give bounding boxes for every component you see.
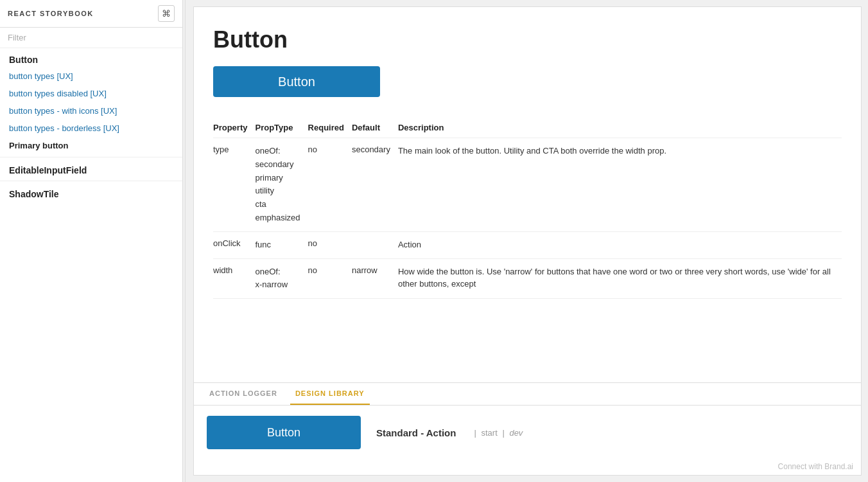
col-header-required: Required: [308, 118, 352, 138]
prop-type-onclick: func: [255, 231, 308, 258]
sidebar-section-shadow-tile[interactable]: ShadowTile: [0, 184, 182, 202]
prop-description-onclick: Action: [398, 231, 842, 258]
sidebar-item-button-types-borderless-ux[interactable]: button types - borderless [UX]: [0, 120, 182, 137]
bottom-links: | start | dev: [471, 428, 523, 438]
cmd-icon[interactable]: ⌘: [158, 5, 175, 22]
prop-default-width: narrow: [352, 258, 398, 299]
sidebar: REACT STORYBOOK ⌘ Button button types [U…: [0, 0, 183, 482]
sidebar-title: REACT STORYBOOK: [8, 10, 94, 17]
start-link[interactable]: start: [481, 428, 497, 438]
prop-required-width: no: [308, 258, 352, 299]
prop-required-onclick: no: [308, 231, 352, 258]
table-row: width oneOf: x-narrow no narrow How wide…: [213, 258, 842, 299]
filter-input[interactable]: [0, 28, 182, 48]
props-table: Property PropType Required Default Descr…: [213, 118, 842, 299]
story-area: Button Button Property PropType Required…: [193, 6, 862, 383]
prop-property-onclick: onClick: [213, 231, 255, 258]
connect-branding: Connect with Brand.ai: [194, 460, 861, 475]
sidebar-section-editable-input[interactable]: EditableInputField: [0, 160, 182, 178]
bottom-panel: ACTION LOGGER DESIGN LIBRARY Button Stan…: [193, 383, 862, 476]
sidebar-section-button: Button: [0, 48, 182, 67]
sidebar-item-button-types-ux[interactable]: button types [UX]: [0, 67, 182, 85]
prop-default-onclick: [352, 231, 398, 258]
sidebar-divider-2: [0, 181, 182, 181]
story-title: Button: [213, 26, 842, 53]
prop-description-type: The main look of the button. Utility and…: [398, 138, 842, 232]
demo-button[interactable]: Button: [213, 66, 380, 97]
sidebar-divider: [0, 157, 182, 157]
sidebar-item-button-types-with-icons-ux[interactable]: button types - with icons [UX]: [0, 102, 182, 120]
tab-action-logger[interactable]: ACTION LOGGER: [204, 383, 282, 405]
sidebar-header: REACT STORYBOOK ⌘: [0, 0, 182, 28]
prop-default-type: secondary: [352, 138, 398, 232]
col-header-property: Property: [213, 118, 255, 138]
prop-type-width: oneOf: x-narrow: [255, 258, 308, 299]
separator-1: |: [474, 428, 476, 438]
prop-description-width: How wide the button is. Use 'narrow' for…: [398, 258, 842, 299]
col-header-default: Default: [352, 118, 398, 138]
main-content: Button Button Property PropType Required…: [187, 0, 868, 482]
table-row: onClick func no Action: [213, 231, 842, 258]
separator-2: |: [502, 428, 504, 438]
dev-link[interactable]: dev: [509, 428, 523, 438]
prop-required-type: no: [308, 138, 352, 232]
bottom-standard-label: Standard - Action: [376, 427, 456, 438]
prop-property-width: width: [213, 258, 255, 299]
sidebar-item-button-types-disabled-ux[interactable]: button types disabled [UX]: [0, 85, 182, 102]
col-header-proptype: PropType: [255, 118, 308, 138]
sidebar-item-primary-button[interactable]: Primary button: [0, 137, 182, 154]
bottom-content: Button Standard - Action | start | dev: [194, 406, 861, 460]
bottom-demo-button[interactable]: Button: [207, 416, 361, 449]
tab-design-library[interactable]: DESIGN LIBRARY: [290, 383, 370, 405]
prop-property-type: type: [213, 138, 255, 232]
col-header-description: Description: [398, 118, 842, 138]
prop-type-type: oneOf: secondary primary utility cta emp…: [255, 138, 308, 232]
bottom-tabs: ACTION LOGGER DESIGN LIBRARY: [194, 383, 861, 406]
table-row: type oneOf: secondary primary utility ct…: [213, 138, 842, 232]
